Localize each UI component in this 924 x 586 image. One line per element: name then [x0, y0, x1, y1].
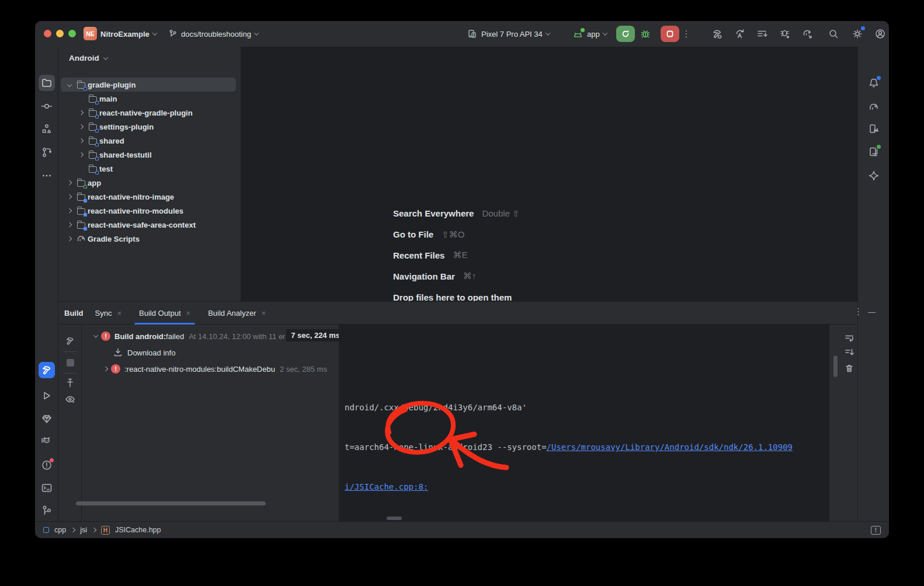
tool-problems-button[interactable] [39, 457, 55, 473]
project-selector[interactable]: NitroExample [100, 21, 157, 47]
tree-chevron-icon[interactable] [91, 334, 101, 338]
tree-row[interactable]: shared-testutil [61, 148, 236, 162]
breadcrumb-file[interactable]: JSICache.hpp [115, 526, 161, 534]
profiler-button[interactable] [802, 28, 814, 40]
tree-chevron-icon[interactable] [76, 139, 86, 142]
settings-button[interactable] [852, 28, 863, 40]
more-actions-button[interactable]: ⋮ [680, 28, 692, 40]
tool-run-button[interactable] [39, 388, 55, 404]
tree-row[interactable]: react-native-nitro-modules [61, 204, 236, 218]
restart-build-button[interactable] [64, 335, 76, 347]
tree-chevron-icon[interactable] [100, 367, 111, 371]
device-manager-button[interactable] [866, 121, 882, 137]
tree-chevron-icon[interactable] [76, 125, 86, 128]
tree-chevron-icon[interactable] [64, 237, 75, 240]
scroll-to-end-icon [844, 347, 854, 358]
tree-item-label: react-native-safe-area-context [88, 221, 196, 229]
running-devices-button[interactable] [866, 144, 882, 160]
tool-commit-button[interactable] [39, 98, 55, 114]
tree-chevron-icon[interactable] [64, 83, 75, 86]
close-tab-icon[interactable]: × [262, 309, 266, 318]
tool-terminal-button[interactable] [39, 480, 55, 496]
tool-pull-requests-button[interactable] [39, 144, 55, 161]
tree-row[interactable]: app [61, 176, 236, 190]
app-insights-gem-icon [41, 413, 53, 425]
tree-chevron-icon[interactable] [64, 181, 75, 184]
window-controls [44, 30, 76, 37]
tool-version-control-button[interactable] [39, 503, 55, 519]
account-button[interactable] [874, 28, 886, 40]
project-tree: gradle-plugin main [61, 78, 236, 246]
tool-project-button[interactable] [39, 75, 55, 91]
shortcut-keys: Double ⇧ [482, 208, 519, 219]
close-tab-icon[interactable]: × [117, 309, 121, 318]
tree-row[interactable]: settings-plugin [61, 120, 236, 134]
tree-row[interactable]: react-native-safe-area-context [61, 218, 236, 232]
module-folder-icon [86, 109, 99, 117]
run-config-selector[interactable]: app [572, 21, 607, 47]
build-task-row[interactable]: ! :react-native-nitro-modules:buildCMake… [76, 361, 339, 377]
tab-build-analyzer[interactable]: Build Analyzer × [202, 302, 272, 325]
tree-row[interactable]: shared [61, 134, 236, 148]
tree-row[interactable]: react-native-nitro-image [61, 190, 236, 204]
build-project-button[interactable] [711, 28, 723, 40]
scroll-to-end-button[interactable] [843, 347, 855, 358]
tree-row[interactable]: main [61, 92, 236, 106]
close-window-button[interactable] [44, 30, 51, 37]
tab-build-output[interactable]: Build Output × [133, 302, 196, 325]
tree-item-label: react-native-nitro-image [88, 193, 174, 201]
clear-console-button[interactable] [843, 362, 855, 374]
notifications-button[interactable] [866, 75, 882, 91]
soft-wrap-button[interactable] [843, 332, 855, 344]
tool-structure-button[interactable] [39, 121, 55, 137]
gradle-button[interactable] [866, 99, 882, 115]
breadcrumb-jsi[interactable]: jsi [80, 526, 87, 534]
project-view-selector[interactable]: Android [69, 54, 107, 62]
console-file-link[interactable]: i/JSICache.cpp:8: [345, 482, 428, 491]
tree-chevron-icon[interactable] [64, 195, 75, 198]
search-everywhere-button[interactable] [828, 28, 839, 40]
tool-build-button[interactable] [39, 362, 55, 378]
tool-more-button[interactable] [39, 168, 55, 184]
pin-tab-button[interactable] [64, 377, 76, 389]
event-log-icon[interactable]: ! [871, 526, 881, 535]
tool-app-insights-button[interactable] [39, 411, 55, 427]
stop-build-button[interactable] [64, 357, 76, 368]
console-file-link[interactable]: /Users/mrousavy/Library/Android/sdk/ndk/… [547, 442, 793, 452]
tree-row[interactable]: Gradle Scripts [61, 232, 236, 246]
tree-row[interactable]: test [61, 162, 236, 176]
branch-selector[interactable]: docs/troubleshooting [168, 21, 258, 47]
pull-requests-icon [41, 146, 53, 158]
maximize-window-button[interactable] [68, 30, 76, 37]
tree-chevron-icon[interactable] [64, 209, 75, 212]
device-selector[interactable]: Pixel 7 Pro API 34 [467, 21, 550, 47]
tree-chevron-icon[interactable] [64, 223, 75, 226]
tree-item-label: react-native-nitro-modules [88, 207, 183, 215]
tree-row[interactable]: gradle-plugin [61, 78, 236, 92]
tool-logcat-button[interactable] [39, 434, 55, 450]
build-root-detail: At 14.10.24, 12:00 with 11 er [189, 332, 285, 341]
console-horizontal-scrollbar[interactable] [387, 517, 402, 520]
tab-sync[interactable]: Sync × [89, 302, 128, 325]
filter-view-button[interactable] [64, 393, 76, 405]
minimize-window-button[interactable] [56, 30, 64, 37]
run-button[interactable] [616, 26, 635, 42]
close-tab-icon[interactable]: × [186, 309, 191, 318]
build-panel-options-button[interactable]: ⋮ [854, 306, 863, 317]
gemini-button[interactable] [866, 168, 882, 184]
debug-button[interactable] [640, 28, 651, 40]
tree-chevron-icon[interactable] [76, 153, 86, 156]
gradle-elephant-icon [868, 101, 880, 113]
apply-changes-button[interactable] [756, 28, 768, 40]
stop-button[interactable] [661, 26, 679, 42]
build-root-row[interactable]: ! Build android: failed At 14.10.24, 12:… [76, 328, 339, 344]
console-vertical-scrollbar[interactable] [833, 355, 838, 377]
tree-chevron-icon[interactable] [76, 111, 86, 114]
build-download-row[interactable]: Download info [76, 344, 339, 361]
breadcrumb-cpp[interactable]: cpp [54, 526, 66, 534]
attach-debugger-button[interactable] [780, 28, 791, 40]
sync-project-button[interactable] [734, 28, 746, 40]
hide-build-panel-button[interactable]: — [868, 308, 876, 316]
tree-horizontal-scrollbar[interactable] [76, 501, 266, 505]
tree-row[interactable]: react-native-gradle-plugin [61, 106, 236, 120]
